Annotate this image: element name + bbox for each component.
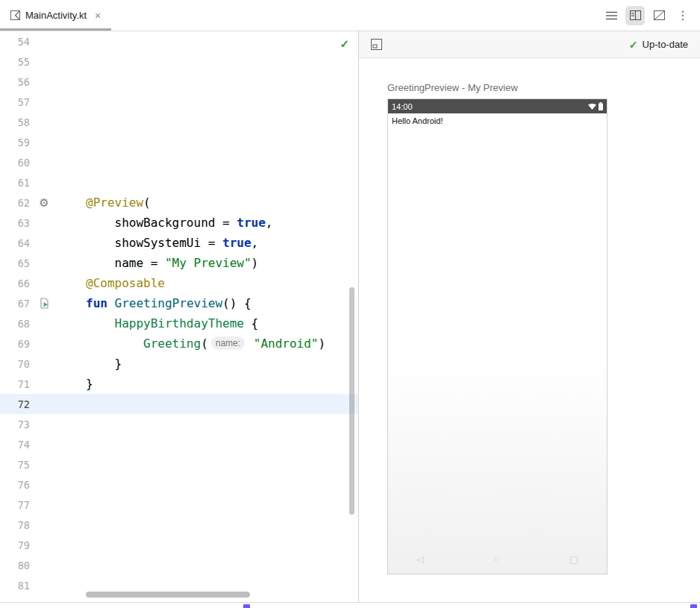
preview-title: GreetingPreview - My Preview [387, 82, 518, 93]
code-text: name = "My Preview") [58, 253, 258, 273]
parameter-name-hint: name: [211, 336, 245, 350]
editor-line-62[interactable]: 62⚙@Preview( [0, 192, 358, 213]
editor-line-72[interactable]: 72 [0, 394, 358, 414]
device-status-bar: 14:00 [388, 99, 607, 113]
editor-line-68[interactable]: 68 HappyBirthdayTheme { [0, 313, 358, 333]
line-number[interactable]: 81 [0, 580, 30, 592]
horizontal-scrollbar[interactable] [86, 592, 250, 598]
line-number[interactable]: 55 [0, 56, 30, 68]
line-number[interactable]: 67 [0, 298, 30, 310]
gear-gutter-icon[interactable]: ⚙ [30, 196, 58, 210]
code-text: } [58, 374, 93, 394]
kotlin-file-icon [10, 10, 20, 20]
editor-line-70[interactable]: 70 } [0, 354, 358, 374]
editor-mode-switcher: ⋮ [601, 0, 693, 31]
run-gutter-icon[interactable] [30, 298, 58, 309]
editor-line-74[interactable]: 74 [0, 434, 358, 454]
editor-line-66[interactable]: 66@Composable [0, 273, 358, 293]
greeting-text: Hello Android! [388, 113, 607, 128]
editor-line-59[interactable]: 59 [0, 132, 358, 152]
line-number[interactable]: 74 [0, 439, 30, 451]
line-number[interactable]: 62 [0, 197, 30, 209]
split-view-icon[interactable] [625, 6, 645, 25]
line-number[interactable]: 54 [0, 36, 30, 48]
code-text: fun GreetingPreview() { [58, 293, 251, 313]
ui-check-mode-icon[interactable] [371, 39, 382, 50]
line-number[interactable]: 73 [0, 419, 30, 430]
home-icon: ○ [493, 554, 499, 565]
line-number[interactable]: 79 [0, 539, 30, 551]
line-number[interactable]: 64 [0, 237, 30, 249]
editor-line-58[interactable]: 58 [0, 112, 358, 132]
design-view-icon[interactable] [649, 6, 669, 25]
editor-line-79[interactable]: 79 [0, 535, 358, 555]
editor-line-76[interactable]: 76 [0, 474, 358, 495]
editor-line-80[interactable]: 80 [0, 555, 358, 575]
editor-line-60[interactable]: 60 [0, 152, 358, 172]
editor-line-69[interactable]: 69 Greeting(name: "Android") [0, 333, 358, 354]
statusbar-purple-icon [690, 604, 697, 608]
code-text: showBackground = true, [58, 213, 272, 233]
tab-mainactivity[interactable]: MainActivity.kt × [0, 0, 111, 31]
editor-line-54[interactable]: 54 [0, 31, 358, 51]
up-to-date-check-icon: ✓ [629, 39, 638, 51]
code-text: Greeting(name: "Android") [58, 333, 325, 354]
line-number[interactable]: 65 [0, 257, 30, 269]
inspections-ok-icon[interactable]: ✓ [340, 37, 349, 51]
editor-line-61[interactable]: 61 [0, 172, 358, 192]
editor-line-63[interactable]: 63 showBackground = true, [0, 213, 358, 233]
code-text: @Preview( [58, 192, 151, 213]
wifi-icon [588, 103, 596, 110]
preview-canvas[interactable]: GreetingPreview - My Preview 14:00 [359, 58, 700, 602]
line-number[interactable]: 76 [0, 479, 30, 491]
line-number[interactable]: 80 [0, 560, 30, 571]
line-number[interactable]: 69 [0, 338, 30, 350]
recents-icon: ▢ [569, 554, 578, 565]
code-text: @Composable [58, 273, 165, 293]
editor-line-56[interactable]: 56 [0, 72, 358, 92]
preview-status: ✓ Up-to-date [629, 39, 688, 51]
editor-line-57[interactable]: 57 [0, 92, 358, 112]
close-tab-icon[interactable]: × [95, 10, 101, 21]
preview-toolbar: ✓ Up-to-date [359, 31, 700, 58]
line-number[interactable]: 68 [0, 318, 30, 330]
line-number[interactable]: 60 [0, 157, 30, 169]
line-number[interactable]: 61 [0, 177, 30, 189]
code-text: HappyBirthdayTheme { [58, 313, 258, 333]
editor-lines: 545556575859606162⚙@Preview(63 showBackg… [0, 31, 358, 602]
line-number[interactable]: 57 [0, 96, 30, 108]
editor-line-71[interactable]: 71} [0, 374, 358, 394]
vertical-scrollbar[interactable] [349, 287, 354, 515]
editor-line-78[interactable]: 78 [0, 515, 358, 535]
line-number[interactable]: 58 [0, 116, 30, 128]
code-view-icon[interactable] [601, 6, 621, 25]
back-icon: ◁ [416, 554, 424, 565]
editor-line-77[interactable]: 77 [0, 495, 358, 515]
line-number[interactable]: 77 [0, 499, 30, 511]
editor-line-67[interactable]: 67fun GreetingPreview() { [0, 293, 358, 313]
line-number[interactable]: 66 [0, 278, 30, 289]
code-editor[interactable]: 545556575859606162⚙@Preview(63 showBackg… [0, 31, 359, 602]
preview-status-label: Up-to-date [643, 39, 688, 50]
code-text: } [58, 354, 122, 374]
line-number[interactable]: 70 [0, 358, 30, 370]
editor-line-64[interactable]: 64 showSystemUi = true, [0, 233, 358, 253]
battery-icon [599, 102, 603, 110]
device-time: 14:00 [392, 102, 413, 111]
line-number[interactable]: 72 [0, 398, 30, 410]
line-number[interactable]: 56 [0, 76, 30, 88]
editor-line-75[interactable]: 75 [0, 454, 358, 474]
editor-line-55[interactable]: 55 [0, 51, 358, 72]
more-options-icon[interactable]: ⋮ [673, 6, 693, 25]
line-number[interactable]: 71 [0, 378, 30, 390]
android-studio-window: MainActivity.kt × ⋮ 545556575859606162⚙@… [0, 0, 700, 608]
line-number[interactable]: 75 [0, 459, 30, 471]
editor-line-73[interactable]: 73 [0, 414, 358, 434]
ide-status-bar-strip [0, 602, 700, 608]
editor-line-65[interactable]: 65 name = "My Preview") [0, 253, 358, 273]
line-number[interactable]: 78 [0, 519, 30, 531]
statusbar-purple-icon [243, 604, 250, 608]
line-number[interactable]: 59 [0, 137, 30, 148]
device-preview-frame: 14:00 Hello Android! ◁ ○ [387, 98, 607, 574]
line-number[interactable]: 63 [0, 217, 30, 229]
